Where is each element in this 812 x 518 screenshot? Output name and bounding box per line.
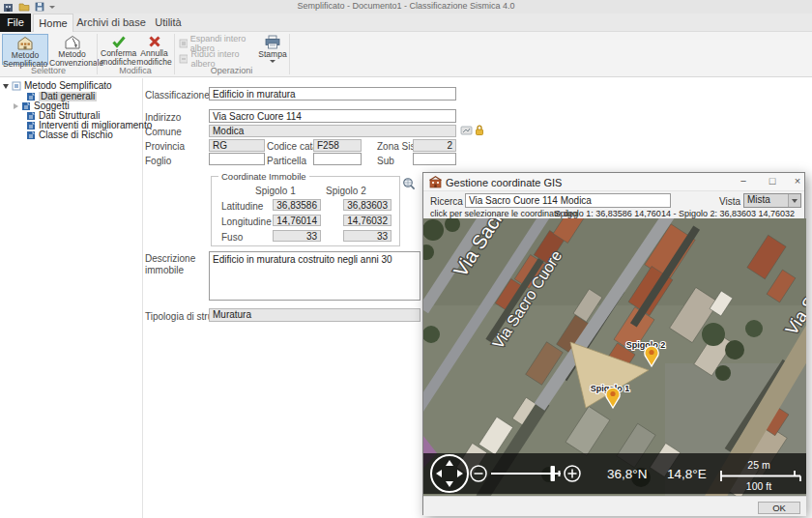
metodo-convenzionale-icon [64,35,81,49]
zona-sismica-field: 2 [413,139,456,152]
form-icon [26,130,36,140]
ribbon-tab-bar: File Home Archivi di base Utilità [0,14,812,32]
provincia-label: Provincia [145,141,185,152]
foglio-label: Foglio [145,156,171,166]
map-lookup-icon[interactable] [460,125,473,136]
tree-item-classe-di-rischio[interactable]: Classe di Rischio [26,130,113,140]
particella-input[interactable] [313,153,362,165]
latitudine-spigolo1-field: 36,83586 [273,199,321,211]
espandi-intero-albero-button[interactable]: Espandi intero albero [179,37,262,49]
expand-tree-icon [179,39,188,48]
provincia-field: RG [209,139,265,152]
fuso-spigolo2-field: 33 [343,230,392,242]
gestione-coordinate-gis-dialog: Gestione coordinate GIS − □ × Ricerca Vi… [422,172,805,515]
dialog-title-bar[interactable]: Gestione coordinate GIS − □ × [423,173,804,191]
ricerca-label: Ricerca [430,196,463,207]
tree-root-label: Metodo Semplificato [24,81,112,91]
sub-label: Sub [377,156,394,166]
codice-catastale-field: F258 [313,139,362,152]
metodo-semplificato-icon [16,36,34,50]
check-icon [111,35,127,48]
ribbon: Metodo Semplificato Metodo Convenzionale… [0,32,812,77]
tab-archivi-di-base[interactable]: Archivi di base [75,14,147,32]
app-icon[interactable] [3,2,14,13]
quick-access-toolbar [3,1,55,13]
conferma-modifiche-label: Conferma modifiche [101,48,136,67]
vista-value: Mista [747,194,770,205]
chevron-down-icon [792,199,798,203]
ok-button[interactable]: OK [758,502,800,514]
dialog-maximize-button[interactable]: □ [760,173,785,190]
group-label-operazioni: Operazioni [174,66,289,75]
metodo-semplificato-button[interactable]: Metodo Semplificato [2,34,48,65]
descrizione-textarea[interactable] [209,251,420,301]
coords-summary-text: Spigolo 1: 36,83586 14,76014 - Spigolo 2… [555,209,795,218]
stampa-label: Stampa [258,49,286,59]
descrizione-label: Descrizione immobile [145,253,198,275]
sub-input[interactable] [413,153,456,165]
tab-home[interactable]: Home [33,14,73,32]
printer-icon [264,35,281,49]
conferma-modifiche-button[interactable]: Conferma modifiche [101,34,136,65]
gis-dialog-icon [429,176,442,188]
application-window: Semplificato - Documento1 - Classificazi… [0,0,812,518]
form-icon [26,121,36,130]
longitudine-spigolo2-field: 14,76032 [343,215,392,226]
metodo-convenzionale-button[interactable]: Metodo Convenzionale [49,34,95,65]
fuso-spigolo1-field: 33 [273,230,321,242]
tab-file[interactable]: File [0,14,31,32]
ricerca-input[interactable] [465,193,671,208]
map-pan-control[interactable] [431,455,468,492]
satellite-map-canvas[interactable]: Via Sacro Cuore Via Sacro Cuore Via Sacr… [423,218,806,496]
dialog-close-button[interactable]: × [785,173,810,190]
tipologia-select[interactable]: Muratura [209,308,420,322]
longitudine-label: Longitudine [221,216,272,227]
chevron-collapsed-icon[interactable] [14,103,18,109]
latitudine-label: Latitudine [221,201,263,212]
comune-label: Comune [145,127,182,137]
vista-dropdown[interactable]: Mista [743,193,801,208]
stampa-button[interactable]: Stampa [257,34,288,65]
qat-dropdown-icon[interactable] [49,6,55,9]
zoom-slider-tick [559,471,561,476]
classificazione-input[interactable] [209,87,456,101]
window-title: Semplificato - Documento1 - Classificazi… [0,1,812,11]
tree-root-metodo-semplificato[interactable]: Metodo Semplificato [3,81,112,91]
gis-lookup-button[interactable] [402,177,416,190]
coordinate-immobile-groupbox: Coordinate Immobile Spigolo 1 Spigolo 2 … [211,176,400,246]
chevron-expanded-icon[interactable] [3,84,9,89]
spigolo1-column-header: Spigolo 1 [255,186,296,196]
spigolo2-column-header: Spigolo 2 [326,186,366,196]
stampa-dropdown-icon [270,60,276,63]
dialog-title: Gestione coordinate GIS [446,177,562,188]
coordinate-immobile-title: Coordinate Immobile [218,171,309,182]
indirizzo-input[interactable] [209,109,456,123]
open-folder-icon[interactable] [18,2,30,12]
ribbon-separator [289,34,290,74]
fuso-label: Fuso [221,232,243,243]
riduci-intero-albero-button[interactable]: Riduci intero albero [179,52,262,65]
foglio-input[interactable] [209,153,265,165]
vista-label: Vista [719,196,740,207]
save-icon[interactable] [35,2,44,12]
annulla-modifiche-button[interactable]: Annulla modifiche [136,34,172,65]
form-icon [21,101,31,111]
annulla-modifiche-label: Annulla modifiche [136,48,171,67]
dialog-minimize-button[interactable]: − [731,173,756,190]
group-label-selettore: Selettore [0,66,97,75]
title-bar: Semplificato - Documento1 - Classificazi… [0,0,812,14]
latitudine-spigolo2-field: 36,83603 [343,199,392,211]
dropdown-arrow-box [788,194,800,207]
document-icon [12,81,21,91]
satellite-map[interactable]: Via Sacro Cuore Via Sacro Cuore Via Sacr… [423,218,806,496]
scale-meters-label: 25 m [747,459,770,471]
x-icon [148,35,161,48]
form-icon [26,111,36,121]
tab-utilita[interactable]: Utilità [149,14,188,32]
tree-item-label: Classe di Rischio [39,130,113,140]
longitudine-spigolo1-field: 14,76014 [273,215,321,226]
lock-icon [475,124,484,136]
zoom-slider-handle[interactable] [551,466,556,481]
tree-form-divider [142,78,143,518]
indirizzo-label: Indirizzo [145,112,181,123]
